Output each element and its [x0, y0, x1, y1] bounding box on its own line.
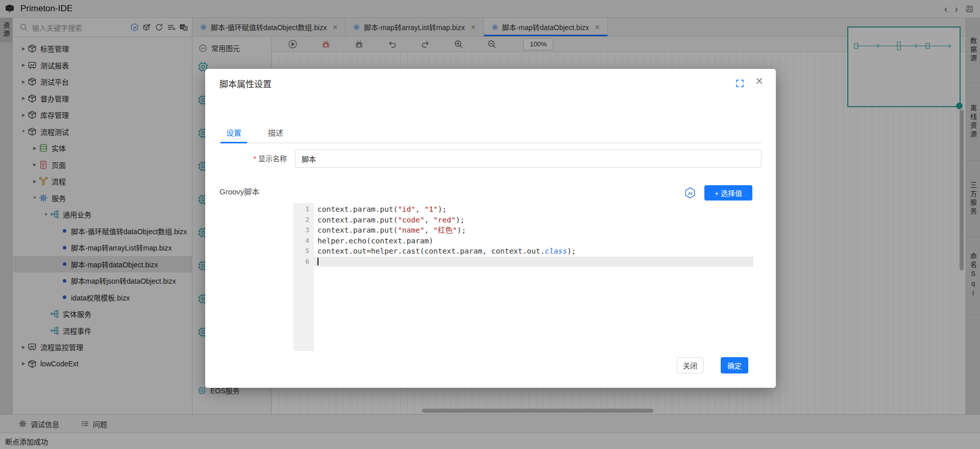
- primeton-ide-window: Primeton-IDE ‹ › 资源 输入关键字搜索 AIA文 ▶标签管理▶测…: [0, 0, 980, 449]
- code-line[interactable]: helper.echo(context.param): [314, 236, 753, 246]
- line-number: 4: [293, 236, 309, 246]
- line-number-gutter: 123456: [293, 203, 314, 351]
- display-name-label: *显示名称: [219, 149, 287, 168]
- display-name-input[interactable]: [295, 149, 762, 168]
- script-properties-dialog: 脚本属性设置 ✕ 设置描述 *显示名称 Groovy脚本 AI + 选择值 12…: [205, 69, 776, 388]
- line-number: 5: [293, 246, 309, 257]
- code-line[interactable]: context.param.put("code", "red");: [314, 215, 753, 226]
- close-button[interactable]: 关闭: [677, 357, 703, 373]
- dialog-tab-设置[interactable]: 设置: [219, 121, 248, 142]
- code-line[interactable]: context.param.put("id", "1");: [314, 204, 753, 215]
- code-line[interactable]: [314, 257, 753, 267]
- code-area[interactable]: context.param.put("id", "1");context.par…: [314, 203, 753, 351]
- svg-text:AI: AI: [688, 191, 693, 196]
- maximize-icon[interactable]: [736, 79, 744, 88]
- ai-assist-button[interactable]: AI: [684, 187, 696, 199]
- select-value-button[interactable]: + 选择值: [704, 185, 752, 201]
- close-icon[interactable]: ✕: [755, 76, 764, 86]
- text-cursor: [317, 258, 318, 265]
- code-line[interactable]: context.param.put("name", "红色");: [314, 225, 753, 236]
- required-asterisk: *: [254, 155, 256, 163]
- ok-button[interactable]: 确定: [721, 357, 748, 373]
- line-number: 1: [293, 204, 309, 215]
- line-number: 2: [293, 215, 309, 226]
- dialog-tab-描述[interactable]: 描述: [261, 121, 290, 142]
- line-number: 3: [293, 225, 309, 236]
- groovy-code-editor[interactable]: 123456 context.param.put("id", "1");cont…: [293, 203, 753, 351]
- dialog-tabs: 设置描述: [219, 121, 762, 143]
- dialog-title: 脚本属性设置: [219, 77, 272, 90]
- line-number: 6: [293, 257, 309, 267]
- code-line[interactable]: context.out=helper.cast(context.param, c…: [314, 246, 753, 257]
- groovy-script-label: Groovy脚本: [219, 186, 259, 196]
